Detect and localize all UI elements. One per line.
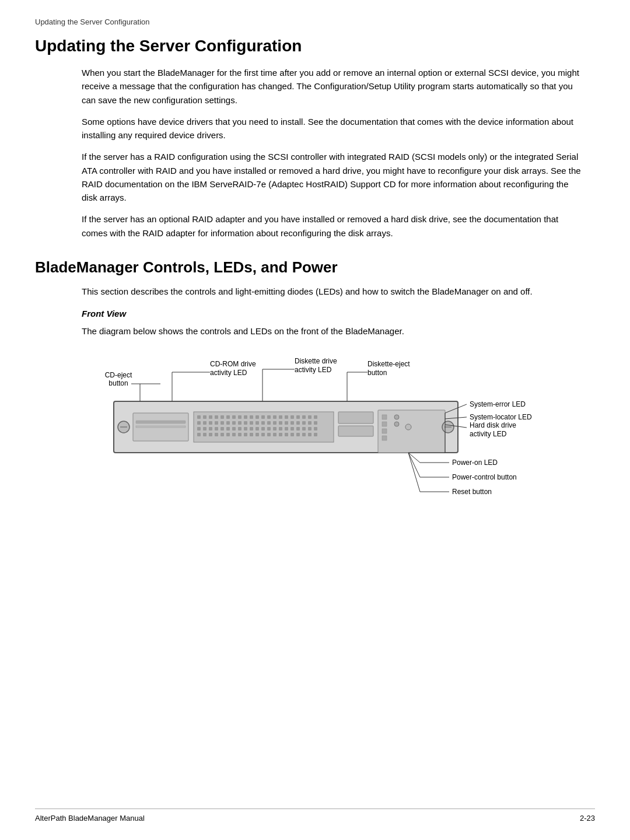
svg-rect-98 <box>382 436 387 440</box>
section2-title: BladeManager Controls, LEDs, and Power <box>35 258 595 276</box>
svg-rect-53 <box>215 427 218 430</box>
front-view-title: Front View <box>82 309 595 318</box>
svg-rect-71 <box>197 433 201 436</box>
svg-rect-9 <box>203 415 206 419</box>
section1-para2: Some options have device drivers that yo… <box>82 115 583 142</box>
svg-rect-95 <box>382 415 387 419</box>
section1-para4: If the server has an optional RAID adapt… <box>82 212 583 240</box>
svg-rect-52 <box>209 427 212 430</box>
svg-rect-66 <box>290 427 294 430</box>
svg-rect-83 <box>267 433 271 436</box>
svg-text:System-locator LED: System-locator LED <box>470 413 532 421</box>
svg-rect-18 <box>256 415 259 419</box>
svg-rect-10 <box>209 415 212 419</box>
svg-rect-85 <box>279 433 282 436</box>
svg-rect-87 <box>290 433 294 436</box>
svg-rect-21 <box>273 415 276 419</box>
svg-rect-35 <box>232 421 236 425</box>
svg-rect-90 <box>308 433 312 436</box>
svg-rect-34 <box>226 421 230 425</box>
svg-rect-36 <box>238 421 242 425</box>
svg-rect-12 <box>220 415 224 419</box>
svg-rect-14 <box>232 415 236 419</box>
svg-rect-22 <box>279 415 282 419</box>
svg-rect-29 <box>197 421 201 425</box>
svg-rect-97 <box>382 429 387 433</box>
svg-rect-86 <box>285 433 288 436</box>
svg-rect-79 <box>244 433 247 436</box>
svg-rect-57 <box>238 427 242 430</box>
svg-text:System-error LED: System-error LED <box>470 400 526 408</box>
svg-rect-82 <box>261 433 265 436</box>
svg-rect-76 <box>226 433 230 436</box>
svg-rect-72 <box>203 433 206 436</box>
svg-rect-69 <box>308 427 312 430</box>
svg-rect-89 <box>302 433 306 436</box>
svg-rect-93 <box>338 426 373 436</box>
svg-rect-28 <box>314 415 317 419</box>
svg-text:Reset button: Reset button <box>452 488 492 496</box>
svg-rect-92 <box>338 412 373 424</box>
svg-rect-13 <box>226 415 230 419</box>
svg-rect-8 <box>197 415 201 419</box>
svg-rect-30 <box>203 421 206 425</box>
svg-rect-45 <box>290 421 294 425</box>
page-footer: AlterPath BladeManager Manual 2-23 <box>35 808 595 822</box>
footer-right: 2-23 <box>580 814 595 822</box>
svg-line-130 <box>408 453 420 477</box>
svg-text:CD-ROM drive: CD-ROM drive <box>210 360 256 368</box>
svg-rect-68 <box>302 427 306 430</box>
svg-rect-74 <box>215 433 218 436</box>
svg-rect-64 <box>279 427 282 430</box>
section1-para1: When you start the BladeManager for the … <box>82 66 583 107</box>
svg-rect-70 <box>314 427 317 430</box>
svg-rect-55 <box>226 427 230 430</box>
svg-rect-38 <box>250 421 253 425</box>
svg-rect-44 <box>285 421 288 425</box>
svg-rect-24 <box>290 415 294 419</box>
svg-text:CD-eject: CD-eject <box>105 371 132 379</box>
svg-text:button: button <box>368 369 387 377</box>
section1-title: Updating the Server Configuration <box>35 37 595 55</box>
svg-rect-88 <box>296 433 300 436</box>
svg-text:activity LED: activity LED <box>470 430 507 438</box>
svg-rect-91 <box>314 433 317 436</box>
svg-rect-77 <box>232 433 236 436</box>
svg-point-101 <box>405 424 411 430</box>
svg-rect-60 <box>256 427 259 430</box>
svg-rect-65 <box>285 427 288 430</box>
svg-rect-15 <box>238 415 242 419</box>
svg-rect-11 <box>215 415 218 419</box>
svg-rect-23 <box>285 415 288 419</box>
svg-rect-48 <box>308 421 312 425</box>
svg-rect-47 <box>302 421 306 425</box>
svg-rect-54 <box>220 427 224 430</box>
svg-point-99 <box>394 415 399 419</box>
svg-rect-75 <box>220 433 224 436</box>
svg-line-133 <box>408 453 420 492</box>
svg-rect-49 <box>314 421 317 425</box>
svg-rect-40 <box>261 421 265 425</box>
svg-rect-37 <box>244 421 247 425</box>
svg-rect-20 <box>267 415 271 419</box>
svg-text:Diskette drive: Diskette drive <box>295 357 337 365</box>
svg-rect-39 <box>256 421 259 425</box>
svg-rect-46 <box>296 421 300 425</box>
diagram-description: The diagram below shows the controls and… <box>82 324 583 338</box>
svg-rect-19 <box>261 415 265 419</box>
svg-rect-32 <box>215 421 218 425</box>
svg-rect-31 <box>209 421 212 425</box>
svg-rect-25 <box>296 415 300 419</box>
svg-rect-42 <box>273 421 276 425</box>
svg-rect-80 <box>250 433 253 436</box>
svg-rect-16 <box>244 415 247 419</box>
breadcrumb: Updating the Server Configuration <box>35 18 595 26</box>
svg-rect-41 <box>267 421 271 425</box>
svg-text:activity LED: activity LED <box>295 366 332 374</box>
svg-rect-17 <box>250 415 253 419</box>
svg-text:activity LED: activity LED <box>210 369 247 377</box>
svg-rect-96 <box>382 422 387 426</box>
svg-rect-26 <box>302 415 306 419</box>
svg-rect-5 <box>136 421 186 424</box>
svg-rect-73 <box>209 433 212 436</box>
